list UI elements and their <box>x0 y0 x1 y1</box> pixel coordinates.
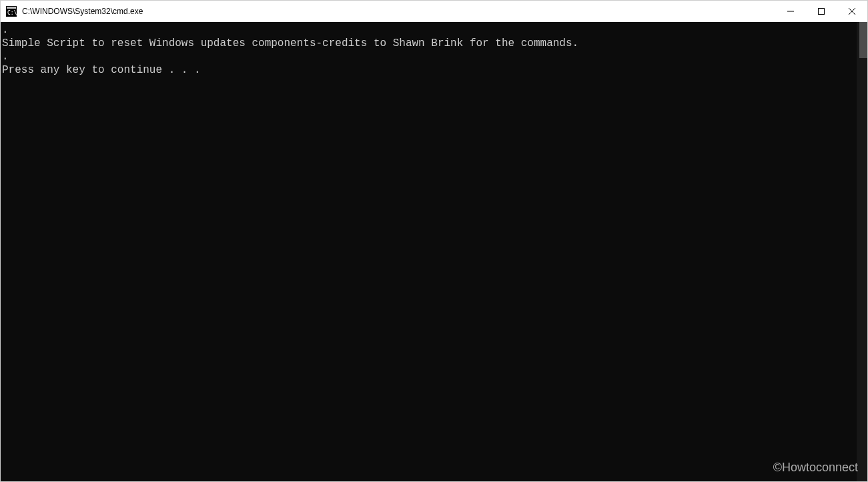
minimize-button[interactable] <box>775 1 806 22</box>
terminal-line: . <box>2 51 9 63</box>
svg-rect-4 <box>819 9 825 15</box>
vertical-scrollbar[interactable] <box>857 22 867 481</box>
terminal-area: . Simple Script to reset Windows updates… <box>1 22 867 481</box>
titlebar[interactable]: C:\ C:\WINDOWS\System32\cmd.exe <box>1 1 867 22</box>
maximize-button[interactable] <box>806 1 837 22</box>
window-controls <box>775 1 867 22</box>
terminal-line: Press any key to continue . . . <box>2 64 201 76</box>
scrollbar-thumb[interactable] <box>859 22 867 58</box>
terminal-line: Simple Script to reset Windows updates c… <box>2 37 578 49</box>
svg-text:C:\: C:\ <box>7 10 17 16</box>
svg-rect-1 <box>7 7 16 9</box>
cmd-icon: C:\ <box>6 6 17 17</box>
cmd-window: C:\ C:\WINDOWS\System32\cmd.exe . Simple… <box>0 0 868 482</box>
close-button[interactable] <box>837 1 867 22</box>
terminal-output[interactable]: . Simple Script to reset Windows updates… <box>1 22 857 481</box>
terminal-line: . <box>2 24 9 36</box>
window-title: C:\WINDOWS\System32\cmd.exe <box>22 7 775 16</box>
